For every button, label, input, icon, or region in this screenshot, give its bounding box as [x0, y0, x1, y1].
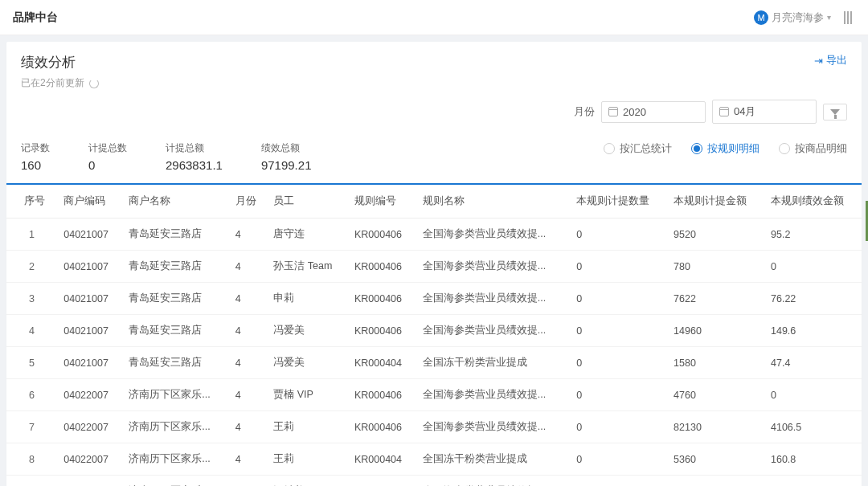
- table-header-cell[interactable]: 商户名称: [122, 185, 229, 218]
- table-cell: 4: [229, 379, 267, 411]
- brand-selector[interactable]: M 月亮湾海参 ▾: [754, 10, 831, 25]
- table-cell: 青岛延安三路店: [122, 315, 229, 347]
- view-mode-radio[interactable]: 按商品明细: [779, 141, 847, 156]
- table-cell: 全国海参类营业员绩效提...: [416, 251, 570, 283]
- table-body: 104021007青岛延安三路店4唐守连KR000406全国海参类营业员绩效提.…: [6, 218, 862, 487]
- updated-text: 已在2分前更新: [21, 76, 84, 90]
- table-cell: 5360: [667, 443, 764, 476]
- table-cell: 76.22: [764, 283, 862, 315]
- table-cell: 47.4: [764, 347, 862, 379]
- table-row[interactable]: 704022007济南历下区家乐...4王莉KR000406全国海参类营业员绩效…: [6, 411, 862, 443]
- stat-value: 2963831.1: [166, 158, 223, 172]
- table-header-cell[interactable]: 商户编码: [57, 185, 122, 218]
- table-cell: 全国海参类营业员绩效提...: [416, 411, 570, 443]
- table-header-cell[interactable]: 本规则计提金额: [667, 185, 764, 218]
- month-input[interactable]: 04月: [712, 100, 817, 124]
- table-row[interactable]: 804022007济南历下区家乐...4王莉KR000404全国冻干粉类营业提成…: [6, 443, 862, 476]
- table-header-cell[interactable]: 序号: [6, 185, 57, 218]
- table-cell: 济南历下区家乐...: [122, 379, 229, 411]
- export-icon: ⇥: [814, 55, 823, 67]
- table-cell: 9: [6, 476, 57, 487]
- funnel-icon: [830, 109, 840, 115]
- table-cell: 4106.5: [764, 411, 862, 443]
- table-row[interactable]: 404021007青岛延安三路店4冯爱美KR000406全国海参类营业员绩效提.…: [6, 315, 862, 347]
- table-cell: 贾楠 VIP: [267, 379, 348, 411]
- year-input[interactable]: 2020: [601, 101, 706, 123]
- view-mode-radio[interactable]: 按规则明细: [691, 141, 760, 156]
- stat-label: 计提总数: [88, 141, 127, 155]
- table-cell: 0: [570, 315, 667, 347]
- stat-block: 记录数160: [21, 141, 50, 172]
- top-right-controls: M 月亮湾海参 ▾: [754, 8, 855, 27]
- table-header-cell[interactable]: 规则名称: [416, 185, 570, 218]
- calendar-icon: [719, 107, 729, 116]
- month-label: 月份: [574, 104, 595, 119]
- radio-label: 按汇总统计: [620, 141, 672, 156]
- view-mode-radio[interactable]: 按汇总统计: [604, 141, 672, 156]
- table-cell: 全国海参类营业员绩效提...: [416, 315, 570, 347]
- table-row[interactable]: 204021007青岛延安三路店4孙玉洁 TeamKR000406全国海参类营业…: [6, 251, 862, 283]
- table-cell: 全国海参类营业员绩效提...: [416, 218, 570, 251]
- last-updated: 已在2分前更新: [21, 76, 99, 90]
- table-cell: 6: [6, 379, 57, 411]
- table-cell: 0: [764, 251, 862, 283]
- top-bar: 品牌中台 M 月亮湾海参 ▾: [0, 0, 868, 35]
- panel-header: 绩效分析 已在2分前更新 ⇥ 导出: [6, 42, 862, 95]
- stat-block: 计提总额2963831.1: [166, 141, 223, 172]
- table-row[interactable]: 604022007济南历下区家乐...4贾楠 VIPKR000406全国海参类营…: [6, 379, 862, 411]
- table-cell: 2: [6, 251, 57, 283]
- table-cell: 04021007: [57, 347, 122, 379]
- brand-avatar: M: [754, 10, 768, 25]
- menu-icon[interactable]: [841, 8, 855, 27]
- main-panel: 绩效分析 已在2分前更新 ⇥ 导出 月份 2020 04月: [6, 42, 862, 486]
- table-cell: 青岛延安三路店: [122, 218, 229, 251]
- table-cell: 8: [6, 443, 57, 476]
- table-cell: 0: [570, 411, 667, 443]
- table-cell: 全国冻干粉类营业提成: [416, 347, 570, 379]
- table-header-cell[interactable]: 本规则绩效金额: [764, 185, 862, 218]
- table-cell: 7: [6, 411, 57, 443]
- filter-row: 月份 2020 04月: [6, 95, 862, 133]
- table-row[interactable]: 104021007青岛延安三路店4唐守连KR000406全国海参类营业员绩效提.…: [6, 218, 862, 251]
- table-cell: KR000406: [348, 315, 416, 347]
- table-cell: 82130: [667, 411, 764, 443]
- brand-name: 月亮湾海参: [772, 10, 824, 25]
- table-cell: 3: [6, 283, 57, 315]
- table-cell: 0: [570, 251, 667, 283]
- stat-value: 97199.21: [261, 158, 312, 172]
- table-header-cell[interactable]: 月份: [229, 185, 267, 218]
- table-row[interactable]: 304021007青岛延安三路店4申莉KR000406全国海参类营业员绩效提..…: [6, 283, 862, 315]
- table-cell: 济南历下区家乐...: [122, 443, 229, 476]
- table-container[interactable]: 序号商户编码商户名称月份员工规则编号规则名称本规则计提数量本规则计提金额本规则绩…: [6, 185, 862, 486]
- stat-block: 计提总数0: [88, 141, 127, 172]
- stat-label: 计提总额: [166, 141, 223, 155]
- table-cell: 04022007: [57, 443, 122, 476]
- performance-table: 序号商户编码商户名称月份员工规则编号规则名称本规则计提数量本规则计提金额本规则绩…: [6, 185, 862, 486]
- view-mode-radios: 按汇总统计按规则明细按商品明细: [604, 141, 847, 156]
- table-header-cell[interactable]: 规则编号: [348, 185, 416, 218]
- radio-label: 按规则明细: [707, 141, 760, 156]
- table-cell: 04021007: [57, 315, 122, 347]
- table-cell: KR000404: [348, 347, 416, 379]
- table-header-cell[interactable]: 本规则计提数量: [570, 185, 667, 218]
- table-header-row: 序号商户编码商户名称月份员工规则编号规则名称本规则计提数量本规则计提金额本规则绩…: [6, 185, 862, 218]
- table-cell: KR000406: [348, 218, 416, 251]
- refresh-icon[interactable]: [89, 79, 99, 88]
- table-cell: 0: [570, 283, 667, 315]
- table-cell: 青岛延安三路店: [122, 283, 229, 315]
- table-cell: 04022007: [57, 476, 122, 487]
- table-row[interactable]: 904022007济南历下区家乐...4江继美KR000406全国海参类营业员绩…: [6, 476, 862, 487]
- page-title: 绩效分析: [21, 53, 99, 71]
- table-cell: 1580: [667, 347, 764, 379]
- table-row[interactable]: 504021007青岛延安三路店4冯爱美KR000404全国冻干粉类营业提成01…: [6, 347, 862, 379]
- table-cell: 4760: [667, 379, 764, 411]
- table-cell: 4: [229, 347, 267, 379]
- table-cell: 冯爱美: [267, 315, 348, 347]
- table-cell: 9520: [667, 218, 764, 251]
- export-button[interactable]: ⇥ 导出: [814, 53, 847, 67]
- table-header-cell[interactable]: 员工: [267, 185, 348, 218]
- filter-button[interactable]: [823, 104, 847, 120]
- table-cell: 4: [229, 283, 267, 315]
- table-cell: 全国海参类营业员绩效提...: [416, 283, 570, 315]
- stat-label: 绩效总额: [261, 141, 312, 155]
